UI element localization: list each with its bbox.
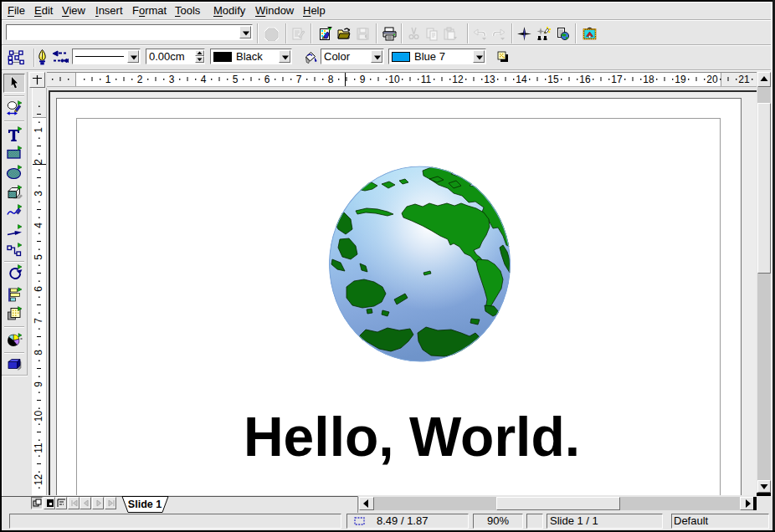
- svg-text:1: 1: [105, 74, 111, 85]
- svg-text:3: 3: [33, 191, 44, 197]
- svg-text:12: 12: [452, 74, 464, 85]
- svg-text:8: 8: [33, 350, 44, 356]
- svg-text:9: 9: [33, 381, 44, 387]
- svg-text:3: 3: [169, 74, 175, 85]
- svg-text:19: 19: [675, 74, 686, 85]
- svg-text:21: 21: [738, 74, 750, 85]
- svg-text:11: 11: [421, 74, 432, 85]
- svg-text:13: 13: [484, 74, 495, 85]
- svg-text:2: 2: [33, 159, 44, 165]
- svg-text:17: 17: [611, 74, 623, 85]
- svg-text:15: 15: [547, 74, 559, 85]
- svg-text:6: 6: [33, 286, 44, 292]
- svg-text:16: 16: [579, 74, 591, 85]
- svg-text:20: 20: [706, 74, 718, 85]
- svg-text:5: 5: [33, 254, 44, 260]
- svg-text:7: 7: [33, 318, 44, 324]
- svg-text:10: 10: [388, 74, 400, 85]
- svg-text:6: 6: [264, 74, 270, 85]
- svg-text:12: 12: [33, 474, 44, 486]
- svg-text:8: 8: [328, 74, 334, 85]
- svg-text:7: 7: [296, 74, 302, 85]
- svg-text:5: 5: [233, 74, 239, 85]
- svg-text:14: 14: [516, 74, 527, 85]
- svg-text:1: 1: [33, 127, 44, 133]
- svg-text:9: 9: [360, 74, 366, 85]
- svg-text:2: 2: [137, 74, 143, 85]
- svg-text:4: 4: [201, 74, 207, 85]
- svg-text:4: 4: [33, 223, 44, 228]
- svg-text:18: 18: [643, 74, 654, 85]
